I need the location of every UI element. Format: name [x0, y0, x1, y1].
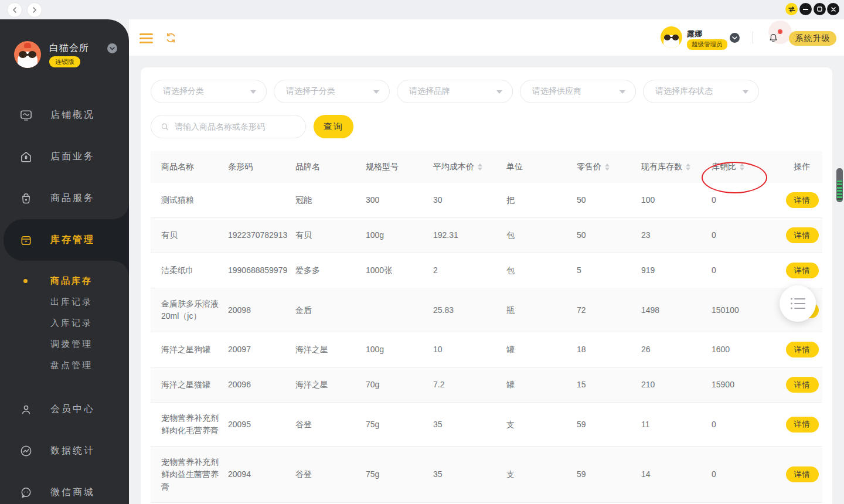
table-row: 有贝 1922370782913 有贝 100g 192.31 包 50 23 … [151, 218, 822, 253]
cell-current-stock: 14 [641, 459, 712, 490]
window-switch-button[interactable] [785, 3, 798, 15]
inventory-submenu: 商品库存 出库记录 入库记录 调拨管理 盘点管理 [0, 261, 129, 383]
system-upgrade-button[interactable]: 系统升级 [789, 31, 836, 46]
cell-spec: 1000张 [366, 255, 433, 286]
stats-icon [19, 444, 33, 458]
column-header-retail-price[interactable]: 零售价 [577, 162, 641, 172]
scrollbar-thumb[interactable] [836, 168, 843, 202]
cell-unit: 罐 [506, 369, 577, 400]
detail-button[interactable]: 详情 [786, 417, 819, 433]
sidebar-item-data-statistics[interactable]: 数据统计 [0, 430, 129, 472]
notification-bell-icon[interactable] [768, 32, 779, 44]
detail-button[interactable]: 详情 [786, 342, 819, 357]
floating-list-button[interactable] [780, 285, 816, 322]
chat-icon [19, 486, 33, 499]
cell-unit: 支 [506, 409, 577, 440]
os-title-bar [0, 0, 844, 19]
detail-button[interactable]: 详情 [786, 263, 819, 278]
cell-stock-sales-ratio: 0 [712, 459, 782, 490]
cell-product-name: 测试猫粮 [151, 185, 228, 216]
cell-stock-sales-ratio: 0 [712, 185, 782, 216]
sidebar-item-inventory-management[interactable]: 库存管理 [4, 219, 129, 261]
window-close-button[interactable] [827, 3, 839, 15]
sort-icon[interactable] [478, 164, 482, 171]
submenu-item-stocktaking-management[interactable]: 盘点管理 [0, 355, 129, 376]
sidebar: 白猫会所 连锁版 店铺概况 店面业务 商品服务 [0, 19, 129, 504]
cell-stock-sales-ratio: 1600 [712, 334, 782, 365]
submenu-item-product-inventory[interactable]: 商品库存 [0, 270, 129, 291]
cell-current-stock: 26 [641, 334, 712, 365]
notification-dot [778, 29, 782, 34]
cell-barcode: 20096 [228, 369, 295, 400]
sort-icon[interactable] [740, 164, 744, 171]
window-maximize-button[interactable] [814, 3, 826, 15]
cell-current-stock: 11 [641, 409, 712, 440]
cell-retail-price: 18 [577, 334, 641, 365]
user-chevron-down-icon[interactable] [730, 33, 740, 43]
cell-avg-cost: 35 [433, 459, 506, 490]
cell-brand: 海洋之星 [295, 334, 366, 365]
browser-back-button[interactable] [7, 2, 22, 18]
column-header-actions: 操作 [782, 162, 822, 172]
column-header-avg-cost[interactable]: 平均成本价 [433, 162, 506, 172]
cell-unit: 把 [506, 185, 577, 216]
sort-icon[interactable] [686, 164, 690, 171]
refresh-icon[interactable] [165, 32, 177, 44]
sidebar-item-member-center[interactable]: 会员中心 [0, 389, 129, 430]
cell-barcode: 1990688859979 [228, 255, 295, 286]
cell-stock-sales-ratio: 150100 [712, 295, 782, 326]
submenu-item-transfer-management[interactable]: 调拨管理 [0, 333, 129, 355]
sidebar-menu-lower: 会员中心 数据统计 微信商城 [0, 383, 129, 504]
query-button[interactable]: 查询 [314, 115, 353, 138]
table-row: 宠物营养补充剂鲜肉化毛营养膏 20095 谷登 75g 35 支 59 11 0… [151, 403, 822, 447]
brand-select[interactable]: 请选择品牌 [397, 80, 513, 103]
supplier-select[interactable]: 请选择供应商 [520, 80, 636, 103]
cell-spec: 100g [366, 220, 433, 251]
cell-barcode: 20095 [228, 409, 295, 440]
search-input[interactable] [175, 115, 301, 138]
cell-spec: 300 [366, 185, 433, 216]
sort-icon[interactable] [605, 164, 610, 171]
cell-spec [366, 301, 433, 319]
search-box [151, 115, 306, 138]
column-header-stock-sales-ratio[interactable]: 库销比 [712, 162, 782, 172]
cell-avg-cost: 192.31 [433, 220, 506, 251]
submenu-item-outbound-records[interactable]: 出库记录 [0, 291, 129, 312]
monitor-icon [19, 108, 33, 122]
column-header-spec: 规格型号 [366, 162, 433, 172]
detail-button[interactable]: 详情 [786, 377, 819, 393]
stock-status-select[interactable]: 请选择库存状态 [643, 80, 759, 103]
category-select[interactable]: 请选择分类 [151, 80, 267, 103]
detail-button[interactable]: 详情 [786, 227, 819, 243]
collapse-sidebar-button[interactable] [139, 33, 153, 43]
cell-current-stock: 100 [641, 185, 712, 216]
member-icon [19, 403, 33, 416]
store-chevron-down-icon[interactable] [107, 43, 117, 53]
cell-product-name: 宠物营养补充剂鲜肉益生菌营养膏 [151, 447, 228, 502]
table-row: 海洋之星猫罐 20096 海洋之星 70g 7.2 罐 15 210 15900… [151, 367, 822, 403]
chevron-down-icon [373, 90, 379, 94]
column-header-product-name: 商品名称 [151, 162, 228, 172]
submenu-item-inbound-records[interactable]: 入库记录 [0, 312, 129, 333]
cell-unit: 包 [506, 255, 577, 286]
store-account-section[interactable]: 白猫会所 连锁版 [14, 41, 120, 74]
column-header-current-stock[interactable]: 现有库存数 [641, 162, 712, 172]
user-avatar[interactable] [661, 26, 682, 48]
sidebar-item-store-business[interactable]: 店面业务 [0, 136, 129, 178]
table-row: 测试猫粮 冠能 300 30 把 50 100 0 详情 [151, 183, 822, 218]
browser-forward-button[interactable] [27, 2, 42, 18]
sidebar-item-shop-overview[interactable]: 店铺概况 [0, 94, 129, 136]
detail-button[interactable]: 详情 [786, 192, 819, 208]
cell-spec: 75g [366, 409, 433, 440]
window-minimize-button[interactable] [799, 3, 812, 15]
cell-brand: 有贝 [295, 220, 366, 251]
main-content: 请选择分类 请选择子分类 请选择品牌 请选择供应商 请选择库存状态 [129, 56, 844, 504]
detail-button[interactable]: 详情 [786, 466, 819, 482]
cell-brand: 爱多多 [295, 255, 366, 286]
subcategory-select[interactable]: 请选择子分类 [274, 80, 390, 103]
cell-product-name: 洁柔纸巾 [151, 255, 228, 286]
sidebar-item-wechat-mall[interactable]: 微信商城 [0, 472, 129, 504]
cell-avg-cost: 7.2 [433, 369, 506, 400]
cell-product-name: 金盾肤多乐溶液20ml（jc） [151, 288, 228, 332]
sidebar-item-product-service[interactable]: 商品服务 [0, 178, 129, 219]
